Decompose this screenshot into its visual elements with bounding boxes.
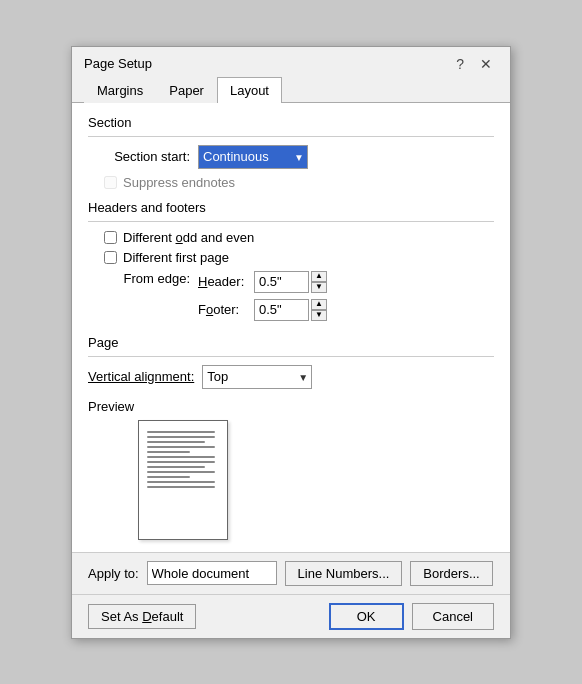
title-actions: ? ✕ xyxy=(450,55,498,73)
headers-footers-group: Headers and footers Different odd and ev… xyxy=(88,200,494,325)
from-edge-row: From edge: Header: ▲ ▼ Footer: xyxy=(88,271,494,325)
preview-line-6 xyxy=(147,456,215,458)
help-button[interactable]: ? xyxy=(450,55,470,73)
line-numbers-button[interactable]: Line Numbers... xyxy=(285,561,403,586)
suppress-endnotes-label: Suppress endnotes xyxy=(123,175,235,190)
preview-line-4 xyxy=(147,446,215,448)
vertical-alignment-label: Vertical alignment: xyxy=(88,369,202,384)
section-label: Section xyxy=(88,115,494,130)
diff-odd-even-row: Different odd and even xyxy=(104,230,494,245)
headers-footers-label: Headers and footers xyxy=(88,200,494,215)
preview-label: Preview xyxy=(88,399,134,414)
cancel-button[interactable]: Cancel xyxy=(412,603,494,630)
page-label: Page xyxy=(88,335,494,350)
dialog-title: Page Setup xyxy=(84,56,152,71)
vertical-alignment-row: Vertical alignment: Top Center Bottom Ju… xyxy=(88,365,494,389)
preview-line-1 xyxy=(147,431,215,433)
vertical-alignment-select-wrapper: Top Center Bottom Justified ▼ xyxy=(202,365,312,389)
section-start-select[interactable]: Continuous New page Even page Odd page xyxy=(198,145,308,169)
diff-odd-even-checkbox[interactable] xyxy=(104,231,117,244)
preview-line-8 xyxy=(147,466,205,468)
ok-cancel-group: OK Cancel xyxy=(329,603,494,630)
preview-line-7 xyxy=(147,461,215,463)
section-start-label: Section start: xyxy=(88,149,198,164)
section-start-row: Section start: Continuous New page Even … xyxy=(88,145,494,169)
footer-spinner-row: Footer: ▲ ▼ xyxy=(198,299,327,321)
section-group: Section Section start: Continuous New pa… xyxy=(88,115,494,190)
diff-first-page-row: Different first page xyxy=(104,250,494,265)
suppress-endnotes-row: Suppress endnotes xyxy=(104,175,494,190)
footer-increment-button[interactable]: ▲ xyxy=(311,299,327,310)
preview-line-3 xyxy=(147,441,205,443)
preview-line-11 xyxy=(147,481,215,483)
preview-line-2 xyxy=(147,436,215,438)
header-spinner-buttons: ▲ ▼ xyxy=(311,271,327,293)
tab-paper[interactable]: Paper xyxy=(156,77,217,103)
tab-bar: Margins Paper Layout xyxy=(72,77,510,103)
close-button[interactable]: ✕ xyxy=(474,55,498,73)
preview-line-5 xyxy=(147,451,190,453)
from-edge-label: From edge: xyxy=(88,271,198,286)
page-divider xyxy=(88,356,494,357)
preview-area: Preview xyxy=(88,399,494,540)
header-spinner-label: Header: xyxy=(198,274,254,289)
borders-label: Borders... xyxy=(423,566,479,581)
preview-line-12 xyxy=(147,486,215,488)
footer-decrement-button[interactable]: ▼ xyxy=(311,310,327,321)
headers-divider xyxy=(88,221,494,222)
set-default-button[interactable]: Set As Default xyxy=(88,604,196,629)
borders-button[interactable]: Borders... xyxy=(410,561,492,586)
apply-to-select-wrapper: Whole document This section This point f… xyxy=(147,561,277,585)
apply-to-label: Apply to: xyxy=(88,566,139,581)
header-input[interactable] xyxy=(254,271,309,293)
diff-odd-even-label: Different odd and even xyxy=(123,230,254,245)
section-divider xyxy=(88,136,494,137)
preview-line-10 xyxy=(147,476,190,478)
tab-margins[interactable]: Margins xyxy=(84,77,156,103)
spinners-column: Header: ▲ ▼ Footer: ▲ ▼ xyxy=(198,271,327,325)
apply-to-select[interactable]: Whole document This section This point f… xyxy=(147,561,277,585)
vertical-alignment-select[interactable]: Top Center Bottom Justified xyxy=(202,365,312,389)
header-spinner-row: Header: ▲ ▼ xyxy=(198,271,327,293)
main-content: Section Section start: Continuous New pa… xyxy=(72,103,510,552)
diff-first-page-label: Different first page xyxy=(123,250,229,265)
page-setup-dialog: Page Setup ? ✕ Margins Paper Layout Sect… xyxy=(71,46,511,639)
header-increment-button[interactable]: ▲ xyxy=(311,271,327,282)
footer-input[interactable] xyxy=(254,299,309,321)
section-start-select-wrapper: Continuous New page Even page Odd page ▼ xyxy=(198,145,308,169)
tab-layout[interactable]: Layout xyxy=(217,77,282,103)
suppress-endnotes-checkbox[interactable] xyxy=(104,176,117,189)
bottom-row: Apply to: Whole document This section Th… xyxy=(72,552,510,594)
footer-spinner-buttons: ▲ ▼ xyxy=(311,299,327,321)
footer-spinner-label: Footer: xyxy=(198,302,254,317)
preview-line-9 xyxy=(147,471,215,473)
preview-paper xyxy=(138,420,228,540)
diff-first-page-checkbox[interactable] xyxy=(104,251,117,264)
title-bar: Page Setup ? ✕ xyxy=(72,47,510,77)
ok-button[interactable]: OK xyxy=(329,603,404,630)
line-numbers-label: Line Numbers... xyxy=(298,566,390,581)
set-default-label: Set As Default xyxy=(101,609,183,624)
footer-row: Set As Default OK Cancel xyxy=(72,594,510,638)
header-decrement-button[interactable]: ▼ xyxy=(311,282,327,293)
page-group: Page Vertical alignment: Top Center Bott… xyxy=(88,335,494,389)
